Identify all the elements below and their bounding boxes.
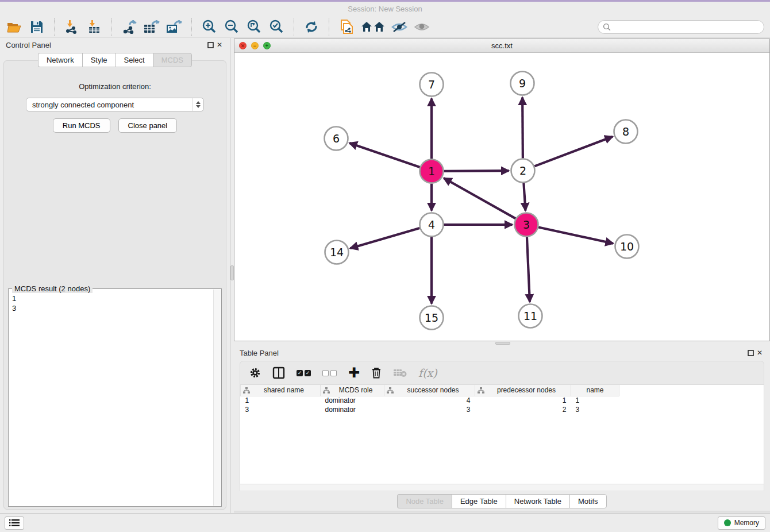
network-window-titlebar[interactable]: ✕ − + scc.txt [234, 39, 769, 53]
hide-selected-icon[interactable] [391, 19, 408, 35]
splitter-handle[interactable] [230, 265, 234, 280]
column-header-name[interactable]: name [571, 385, 619, 396]
tab-select[interactable]: Select [116, 53, 153, 67]
table-tabs: Node Table Edge Table Network Table Moti… [234, 491, 770, 511]
select-all-checkboxes-icon[interactable]: ✓✓ [297, 370, 311, 376]
tab-mcds[interactable]: MCDS [153, 53, 192, 67]
open-session-icon[interactable] [6, 19, 23, 35]
column-header-predecessor-nodes[interactable]: predecessor nodes [475, 385, 571, 396]
graph-node-label-15: 15 [425, 311, 438, 324]
copy-network-view-icon[interactable] [338, 19, 355, 35]
graph-node-label-11: 11 [523, 310, 537, 322]
tab-node-table[interactable]: Node Table [397, 494, 452, 508]
memory-button[interactable]: Memory [718, 516, 765, 530]
graph-node-label-14: 14 [330, 246, 344, 259]
tab-network[interactable]: Network [38, 53, 82, 67]
column-header-shared-name[interactable]: shared name [241, 385, 321, 396]
log-console-button[interactable] [5, 516, 24, 530]
delete-column-icon[interactable] [371, 367, 382, 379]
graph-edge-4-14[interactable] [351, 228, 420, 248]
network-canvas[interactable]: 7968124314101511 [234, 53, 769, 341]
graph-edge-3-10[interactable] [538, 228, 613, 244]
horizontal-splitter[interactable] [234, 341, 770, 346]
graph-edge-3-1[interactable] [444, 178, 515, 218]
table-row[interactable]: 3 dominator 3 2 3 [241, 405, 619, 414]
graph-edge-1-6[interactable] [349, 143, 419, 167]
memory-status-icon [724, 519, 731, 526]
deselect-all-checkboxes-icon[interactable] [322, 370, 337, 376]
graph-edge-1-2[interactable] [444, 171, 509, 171]
window-minimize-icon[interactable]: − [251, 42, 259, 49]
criterion-selected-value: strongly connected component [32, 101, 134, 109]
float-panel-icon[interactable] [206, 40, 215, 49]
run-mcds-button[interactable]: Run MCDS [53, 118, 110, 133]
show-column-icon[interactable] [272, 367, 285, 379]
show-all-icon[interactable] [413, 19, 430, 35]
export-table-icon[interactable] [143, 19, 160, 35]
zoom-fit-icon[interactable] [245, 19, 263, 35]
table-horizontal-scrollbar[interactable] [240, 484, 764, 491]
window-close-icon[interactable]: ✕ [239, 42, 247, 49]
control-panel: Control Panel ✕ Network Style Select MCD… [0, 38, 230, 513]
graph-node-label-3: 3 [523, 218, 530, 231]
control-panel-title: Control Panel [6, 41, 51, 49]
home-layout-icon[interactable] [360, 19, 386, 35]
network-view-window: ✕ − + scc.txt 7968124314101511 [234, 38, 770, 341]
close-panel-icon[interactable]: ✕ [755, 348, 764, 357]
column-header-successor-nodes[interactable]: successor nodes [384, 385, 475, 396]
splitter-handle[interactable] [495, 342, 510, 345]
search-field-wrap [598, 20, 764, 34]
graph-edge-3-11[interactable] [527, 237, 530, 302]
search-input[interactable] [598, 20, 764, 34]
mcds-result-text[interactable]: 1 3 [9, 289, 221, 506]
result-scrollbar[interactable] [213, 290, 221, 506]
graph-edge-2-3[interactable] [523, 183, 525, 210]
window-maximize-icon[interactable]: + [263, 42, 271, 49]
network-window-title: scc.txt [234, 41, 769, 50]
zoom-in-icon[interactable] [201, 19, 218, 35]
node-table: shared name MCDS role successor nodes pr… [240, 385, 764, 484]
tab-network-table[interactable]: Network Table [506, 494, 569, 508]
graph-node-label-4: 4 [428, 218, 435, 231]
graph-node-label-1: 1 [428, 165, 435, 178]
tab-edge-table[interactable]: Edge Table [452, 494, 506, 508]
apply-function-icon: f(x) [418, 367, 437, 379]
import-network-icon[interactable] [63, 19, 80, 35]
table-header-row[interactable]: shared name MCDS role successor nodes pr… [241, 385, 619, 396]
table-panel: Table Panel ✕ ✓✓ [234, 346, 770, 513]
tab-style[interactable]: Style [82, 53, 116, 67]
table-panel-title: Table Panel [240, 349, 279, 357]
optimization-criterion-label: Optimization criterion: [79, 82, 151, 91]
export-image-icon[interactable] [165, 19, 183, 35]
graph-node-label-8: 8 [622, 125, 629, 138]
column-header-mcds-role[interactable]: MCDS role [321, 385, 384, 396]
tab-motifs[interactable]: Motifs [569, 494, 607, 508]
zoom-selected-icon[interactable] [268, 19, 285, 35]
criterion-select[interactable]: strongly connected component [26, 98, 204, 111]
toolbar-separator [191, 18, 192, 36]
mcds-result-title: MCDS result (2 nodes) [12, 284, 93, 293]
float-panel-icon[interactable] [746, 348, 755, 357]
search-icon [603, 23, 611, 31]
save-session-icon[interactable] [28, 19, 45, 35]
table-row[interactable]: 1 dominator 4 1 1 [241, 396, 619, 405]
table-toolbar: ✓✓ ✚ f(x) [240, 361, 764, 385]
status-bar: Memory [0, 513, 770, 532]
graph-edge-2-8[interactable] [534, 137, 613, 167]
graph-node-label-7: 7 [428, 78, 435, 91]
refresh-icon[interactable] [303, 19, 320, 35]
vertical-splitter[interactable] [230, 38, 234, 513]
list-icon [9, 519, 20, 527]
graph-node-label-9: 9 [519, 77, 526, 90]
zoom-out-icon[interactable] [223, 19, 240, 35]
graph-edge-2-9[interactable] [522, 97, 523, 158]
window-title: Session: New Session [348, 5, 422, 13]
add-column-icon[interactable]: ✚ [348, 367, 360, 379]
settings-gear-icon[interactable] [249, 367, 261, 379]
close-panel-button[interactable]: Close panel [118, 118, 178, 133]
import-table-icon[interactable] [86, 19, 103, 35]
memory-label: Memory [734, 519, 759, 527]
hierarchy-icon [478, 387, 484, 394]
export-network-icon[interactable] [121, 19, 138, 35]
close-panel-icon[interactable]: ✕ [215, 40, 224, 49]
